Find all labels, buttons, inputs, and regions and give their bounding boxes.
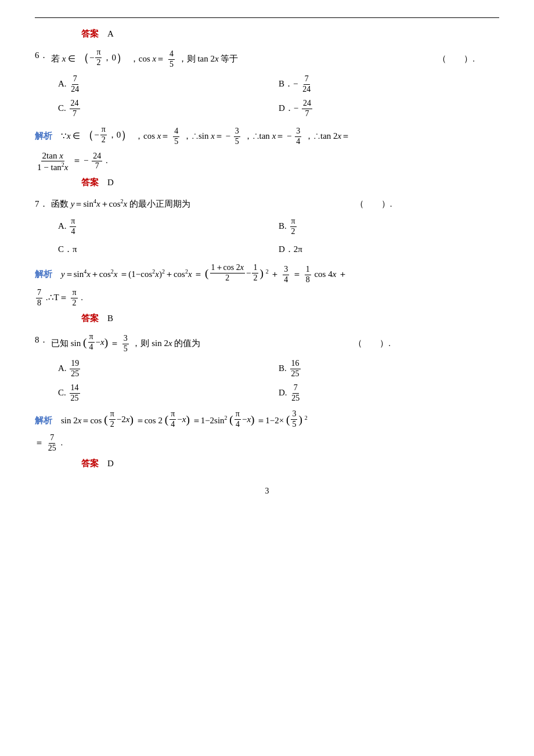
q6-option-c: C. 247 xyxy=(58,99,279,119)
q6-question: 6． 若 x ∈ （ − π2 ，0 ） ，cos x＝ 45 ，则 tan 2… xyxy=(35,48,499,70)
question-6: 6． 若 x ∈ （ − π2 ，0 ） ，cos x＝ 45 ，则 tan 2… xyxy=(35,48,499,188)
page-number: 3 xyxy=(35,487,499,496)
q7-answer: 答案 B xyxy=(81,313,499,324)
q7-option-a: A. π4 xyxy=(58,217,279,237)
q8-answer-value: D xyxy=(107,459,114,468)
q6-option-b: B．− 724 xyxy=(279,74,499,95)
q6-options-2: C. 247 D．− 247 xyxy=(35,99,499,119)
q6-answer-label: 答案 xyxy=(81,178,99,187)
q8-question: 8． 已知 sin ( π4 −x ) ＝ 35 ，则 sin 2x 的值为 （… xyxy=(35,332,499,354)
question-8: 8． 已知 sin ( π4 −x ) ＝ 35 ，则 sin 2x 的值为 （… xyxy=(35,332,499,469)
q6-continued: 2tan x 1 − tan2x ＝ − 247 . xyxy=(35,150,499,172)
q7-options-2: C．π D．2π xyxy=(35,242,499,257)
q7-num: 7． xyxy=(35,196,49,212)
q6-answer-value: D xyxy=(107,178,114,187)
q8-jiexi: 解析 sin 2x＝cos ( π2 −2x ) ＝cos 2 ( π4 −x … xyxy=(35,409,499,430)
q7-options: A. π4 B. π2 xyxy=(35,217,499,237)
q8-option-a: A. 1925 xyxy=(58,359,279,379)
answer-value-1: A xyxy=(107,29,114,38)
q8-option-b: B. 1625 xyxy=(279,359,499,379)
q6-answer: 答案 D xyxy=(81,177,499,188)
q7-jiexi: 解析 y＝sin4x＋cos2x ＝(1−cos2x)2＋cos2x ＝ ( 1… xyxy=(35,263,499,285)
q7-answer-label: 答案 xyxy=(81,314,99,323)
q6-text: 若 x ∈ （ − π2 ，0 ） ，cos x＝ 45 ，则 tan 2x 等… xyxy=(51,48,475,70)
q8-continued: ＝ 725 . xyxy=(35,433,499,453)
q8-jiexi-label: 解析 xyxy=(35,416,52,425)
q6-options: A. 724 B．− 724 xyxy=(35,74,499,95)
q7-option-c: C．π xyxy=(58,242,279,257)
answer-label-1: 答案 xyxy=(81,29,99,38)
q8-answer-label: 答案 xyxy=(81,459,99,468)
q8-text: 已知 sin ( π4 −x ) ＝ 35 ，则 sin 2x 的值为 （ ）. xyxy=(51,332,391,354)
q6-jiexi-label: 解析 xyxy=(35,131,52,141)
q6-option-d: D．− 247 xyxy=(279,99,499,119)
q6-jiexi: 解析 ∵x ∈ （ −π2，0 ） ，cos x＝ 45 ，∴sin x＝ − … xyxy=(35,125,499,147)
q7-option-d: D．2π xyxy=(279,242,499,257)
q6-option-a: A. 724 xyxy=(58,74,279,95)
q7-question: 7． 函数 y＝sin4x＋cos2x 的最小正周期为 （ ）. xyxy=(35,196,499,212)
q8-option-c: C. 1425 xyxy=(58,383,279,404)
q8-answer: 答案 D xyxy=(81,458,499,469)
q7-jiexi-label: 解析 xyxy=(35,269,52,279)
q7-text: 函数 y＝sin4x＋cos2x 的最小正周期为 （ ）. xyxy=(51,196,392,212)
q7-answer-value: B xyxy=(107,314,113,323)
q7-option-b: B. π2 xyxy=(279,217,499,237)
top-divider xyxy=(35,17,499,18)
q8-option-d: D. 725 xyxy=(279,383,499,404)
q8-options: A. 1925 B. 1625 xyxy=(35,359,499,379)
q6-num: 6． xyxy=(35,48,49,63)
question-7: 7． 函数 y＝sin4x＋cos2x 的最小正周期为 （ ）. A. π4 B… xyxy=(35,196,499,324)
answer-1-line: 答案 A xyxy=(81,28,499,39)
q8-num: 8． xyxy=(35,332,49,348)
q8-options-2: C. 1425 D. 725 xyxy=(35,383,499,404)
q7-continued: 78 .∴T＝ π2 . xyxy=(35,288,499,308)
